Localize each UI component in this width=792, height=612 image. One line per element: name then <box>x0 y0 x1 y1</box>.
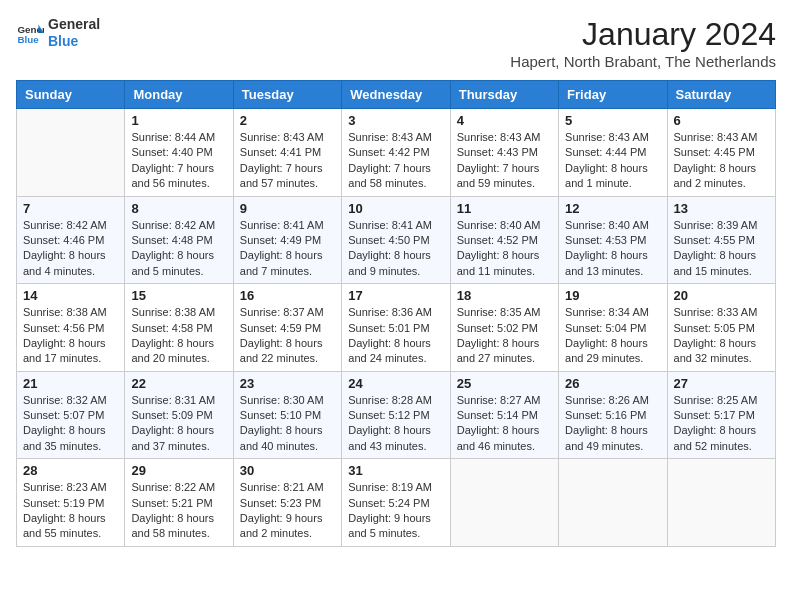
sunrise-time: Sunrise: 8:42 AM <box>131 219 215 231</box>
calendar-cell: 17 Sunrise: 8:36 AM Sunset: 5:01 PM Dayl… <box>342 284 450 372</box>
day-info: Sunrise: 8:36 AM Sunset: 5:01 PM Dayligh… <box>348 305 443 367</box>
sunset-time: Sunset: 4:42 PM <box>348 146 429 158</box>
sunrise-time: Sunrise: 8:41 AM <box>240 219 324 231</box>
sunset-time: Sunset: 4:58 PM <box>131 322 212 334</box>
day-info: Sunrise: 8:39 AM Sunset: 4:55 PM Dayligh… <box>674 218 769 280</box>
day-number: 13 <box>674 201 769 216</box>
sunrise-time: Sunrise: 8:22 AM <box>131 481 215 493</box>
sunrise-time: Sunrise: 8:40 AM <box>565 219 649 231</box>
daylight-hours: Daylight: 8 hours and 2 minutes. <box>674 162 757 189</box>
day-number: 6 <box>674 113 769 128</box>
sunset-time: Sunset: 5:09 PM <box>131 409 212 421</box>
sunrise-time: Sunrise: 8:43 AM <box>457 131 541 143</box>
daylight-hours: Daylight: 8 hours and 55 minutes. <box>23 512 106 539</box>
calendar-cell <box>667 459 775 547</box>
calendar-cell: 25 Sunrise: 8:27 AM Sunset: 5:14 PM Dayl… <box>450 371 558 459</box>
calendar-cell: 20 Sunrise: 8:33 AM Sunset: 5:05 PM Dayl… <box>667 284 775 372</box>
calendar-cell: 11 Sunrise: 8:40 AM Sunset: 4:52 PM Dayl… <box>450 196 558 284</box>
sunset-time: Sunset: 4:48 PM <box>131 234 212 246</box>
daylight-hours: Daylight: 7 hours and 59 minutes. <box>457 162 540 189</box>
sunset-time: Sunset: 4:53 PM <box>565 234 646 246</box>
day-number: 26 <box>565 376 660 391</box>
day-number: 3 <box>348 113 443 128</box>
calendar-cell: 7 Sunrise: 8:42 AM Sunset: 4:46 PM Dayli… <box>17 196 125 284</box>
daylight-hours: Daylight: 8 hours and 22 minutes. <box>240 337 323 364</box>
daylight-hours: Daylight: 8 hours and 11 minutes. <box>457 249 540 276</box>
sunset-time: Sunset: 4:46 PM <box>23 234 104 246</box>
daylight-hours: Daylight: 9 hours and 5 minutes. <box>348 512 431 539</box>
sunrise-time: Sunrise: 8:25 AM <box>674 394 758 406</box>
calendar-week-row: 1 Sunrise: 8:44 AM Sunset: 4:40 PM Dayli… <box>17 109 776 197</box>
logo-line1: General <box>48 16 100 33</box>
day-info: Sunrise: 8:42 AM Sunset: 4:46 PM Dayligh… <box>23 218 118 280</box>
calendar-cell: 26 Sunrise: 8:26 AM Sunset: 5:16 PM Dayl… <box>559 371 667 459</box>
daylight-hours: Daylight: 8 hours and 13 minutes. <box>565 249 648 276</box>
svg-text:Blue: Blue <box>17 34 39 45</box>
day-info: Sunrise: 8:33 AM Sunset: 5:05 PM Dayligh… <box>674 305 769 367</box>
day-number: 25 <box>457 376 552 391</box>
day-info: Sunrise: 8:44 AM Sunset: 4:40 PM Dayligh… <box>131 130 226 192</box>
daylight-hours: Daylight: 8 hours and 15 minutes. <box>674 249 757 276</box>
calendar-week-row: 7 Sunrise: 8:42 AM Sunset: 4:46 PM Dayli… <box>17 196 776 284</box>
calendar-cell: 1 Sunrise: 8:44 AM Sunset: 4:40 PM Dayli… <box>125 109 233 197</box>
sunrise-time: Sunrise: 8:33 AM <box>674 306 758 318</box>
day-info: Sunrise: 8:34 AM Sunset: 5:04 PM Dayligh… <box>565 305 660 367</box>
sunset-time: Sunset: 5:16 PM <box>565 409 646 421</box>
calendar-cell: 30 Sunrise: 8:21 AM Sunset: 5:23 PM Dayl… <box>233 459 341 547</box>
day-info: Sunrise: 8:43 AM Sunset: 4:44 PM Dayligh… <box>565 130 660 192</box>
calendar-week-row: 14 Sunrise: 8:38 AM Sunset: 4:56 PM Dayl… <box>17 284 776 372</box>
calendar-header-row: SundayMondayTuesdayWednesdayThursdayFrid… <box>17 81 776 109</box>
weekday-header: Tuesday <box>233 81 341 109</box>
sunset-time: Sunset: 4:45 PM <box>674 146 755 158</box>
day-info: Sunrise: 8:25 AM Sunset: 5:17 PM Dayligh… <box>674 393 769 455</box>
daylight-hours: Daylight: 8 hours and 52 minutes. <box>674 424 757 451</box>
day-number: 31 <box>348 463 443 478</box>
day-number: 23 <box>240 376 335 391</box>
sunset-time: Sunset: 4:56 PM <box>23 322 104 334</box>
logo-icon: General Blue <box>16 19 44 47</box>
day-info: Sunrise: 8:43 AM Sunset: 4:42 PM Dayligh… <box>348 130 443 192</box>
day-info: Sunrise: 8:22 AM Sunset: 5:21 PM Dayligh… <box>131 480 226 542</box>
day-number: 1 <box>131 113 226 128</box>
day-number: 17 <box>348 288 443 303</box>
day-number: 24 <box>348 376 443 391</box>
day-number: 2 <box>240 113 335 128</box>
day-number: 15 <box>131 288 226 303</box>
sunrise-time: Sunrise: 8:19 AM <box>348 481 432 493</box>
sunset-time: Sunset: 5:05 PM <box>674 322 755 334</box>
day-info: Sunrise: 8:31 AM Sunset: 5:09 PM Dayligh… <box>131 393 226 455</box>
calendar-cell: 27 Sunrise: 8:25 AM Sunset: 5:17 PM Dayl… <box>667 371 775 459</box>
day-info: Sunrise: 8:30 AM Sunset: 5:10 PM Dayligh… <box>240 393 335 455</box>
day-number: 4 <box>457 113 552 128</box>
day-info: Sunrise: 8:41 AM Sunset: 4:50 PM Dayligh… <box>348 218 443 280</box>
daylight-hours: Daylight: 8 hours and 49 minutes. <box>565 424 648 451</box>
calendar-cell: 21 Sunrise: 8:32 AM Sunset: 5:07 PM Dayl… <box>17 371 125 459</box>
daylight-hours: Daylight: 8 hours and 58 minutes. <box>131 512 214 539</box>
daylight-hours: Daylight: 8 hours and 17 minutes. <box>23 337 106 364</box>
calendar-week-row: 21 Sunrise: 8:32 AM Sunset: 5:07 PM Dayl… <box>17 371 776 459</box>
sunset-time: Sunset: 5:02 PM <box>457 322 538 334</box>
daylight-hours: Daylight: 8 hours and 20 minutes. <box>131 337 214 364</box>
calendar-cell: 29 Sunrise: 8:22 AM Sunset: 5:21 PM Dayl… <box>125 459 233 547</box>
sunset-time: Sunset: 4:43 PM <box>457 146 538 158</box>
sunset-time: Sunset: 5:01 PM <box>348 322 429 334</box>
sunset-time: Sunset: 5:10 PM <box>240 409 321 421</box>
sunset-time: Sunset: 4:40 PM <box>131 146 212 158</box>
day-number: 5 <box>565 113 660 128</box>
sunrise-time: Sunrise: 8:32 AM <box>23 394 107 406</box>
day-info: Sunrise: 8:38 AM Sunset: 4:56 PM Dayligh… <box>23 305 118 367</box>
sunrise-time: Sunrise: 8:30 AM <box>240 394 324 406</box>
calendar-cell <box>450 459 558 547</box>
sunrise-time: Sunrise: 8:38 AM <box>131 306 215 318</box>
day-number: 21 <box>23 376 118 391</box>
daylight-hours: Daylight: 8 hours and 32 minutes. <box>674 337 757 364</box>
sunrise-time: Sunrise: 8:41 AM <box>348 219 432 231</box>
day-info: Sunrise: 8:27 AM Sunset: 5:14 PM Dayligh… <box>457 393 552 455</box>
calendar-cell: 19 Sunrise: 8:34 AM Sunset: 5:04 PM Dayl… <box>559 284 667 372</box>
sunset-time: Sunset: 4:49 PM <box>240 234 321 246</box>
day-number: 20 <box>674 288 769 303</box>
weekday-header: Wednesday <box>342 81 450 109</box>
day-number: 18 <box>457 288 552 303</box>
calendar-cell: 15 Sunrise: 8:38 AM Sunset: 4:58 PM Dayl… <box>125 284 233 372</box>
day-number: 16 <box>240 288 335 303</box>
